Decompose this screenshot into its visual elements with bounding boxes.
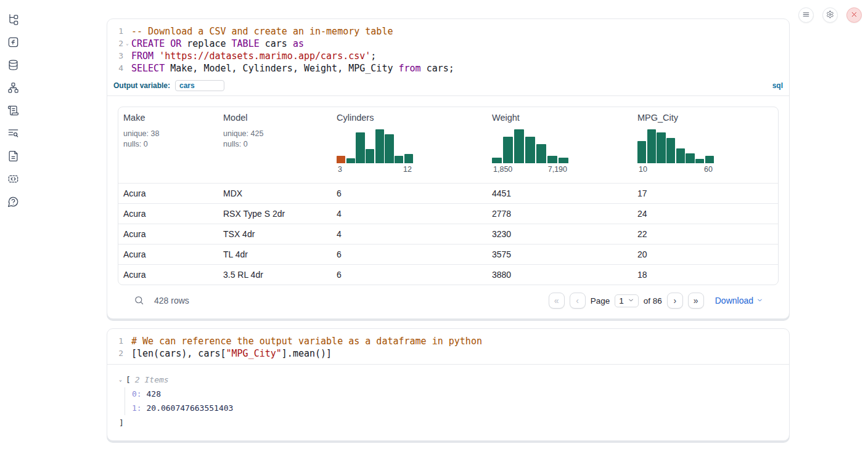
- column-name: Cylinders: [337, 113, 482, 123]
- tree-entry-key: 0:: [132, 389, 142, 398]
- page-total-label: of 86: [644, 296, 662, 305]
- search-button[interactable]: [133, 295, 144, 306]
- double-chevron-right-icon: »: [694, 296, 698, 305]
- sidebar-item-documentation[interactable]: [7, 151, 19, 163]
- sidebar-item-variables[interactable]: [7, 37, 19, 49]
- table-cell: 6: [332, 188, 487, 198]
- gutter-spacer: [123, 347, 131, 360]
- sidebar-item-datasources[interactable]: [7, 60, 19, 72]
- page-label: Page: [591, 296, 610, 305]
- python-cell-output: ⌄ [ 2 Items 0: 4281: 20.060747663551403 …: [107, 365, 789, 440]
- histogram-bar: [686, 153, 694, 163]
- first-page-button[interactable]: «: [549, 293, 565, 309]
- histogram-bar: [514, 129, 524, 163]
- table-cell: 17: [633, 188, 778, 198]
- axis-tick-label: 1,850: [493, 165, 512, 174]
- column-header-weight[interactable]: Weight1,8507,190: [487, 107, 633, 183]
- axis-tick-label: 7,190: [548, 165, 567, 174]
- download-button[interactable]: Download: [715, 296, 763, 305]
- histogram-axis: 312: [337, 165, 413, 174]
- histogram-bar: [337, 156, 345, 163]
- column-header-mpg_city[interactable]: MPG_City1060: [633, 107, 778, 183]
- page-number-value: 1: [619, 296, 624, 305]
- database-icon: [7, 59, 19, 73]
- code-snippet-icon: [7, 173, 19, 187]
- sidebar-item-snippets[interactable]: [7, 174, 19, 186]
- hamburger-icon: [802, 10, 810, 20]
- tree-entry: 0: 428: [132, 387, 779, 402]
- table-row: Acura3.5 RL 4dr6388018: [118, 264, 778, 285]
- column-stat: unique: 425: [223, 129, 327, 139]
- tree-entry: 1: 20.060747663551403: [132, 402, 779, 416]
- table-cell: Acura: [118, 270, 218, 280]
- histogram-bar: [676, 148, 685, 163]
- next-page-button[interactable]: ›: [667, 293, 683, 309]
- histogram-bar: [356, 132, 364, 163]
- line-number: 2: [107, 347, 123, 360]
- gutter-spacer: [123, 50, 131, 62]
- menu-button[interactable]: [798, 7, 814, 23]
- table-cell: 24: [633, 209, 778, 219]
- histogram-bar: [385, 134, 393, 163]
- table-cell: Acura: [118, 209, 218, 219]
- table-cell: Acura: [118, 229, 218, 239]
- last-page-button[interactable]: »: [688, 293, 704, 309]
- histogram-bar: [525, 137, 535, 163]
- output-variable-input[interactable]: [175, 80, 224, 91]
- column-stat: unique: 38: [123, 129, 213, 139]
- result-tree-entries: 0: 4281: 20.060747663551403: [125, 387, 779, 415]
- column-name: Weight: [492, 113, 628, 123]
- shutdown-button[interactable]: [846, 7, 862, 23]
- pagination: « ‹ Page 1 of 86 › »: [549, 293, 704, 309]
- table-cell: 3880: [487, 270, 633, 280]
- row-count: 428 rows: [154, 296, 189, 305]
- gutter-spacer: [123, 335, 131, 347]
- python-code-editor[interactable]: 1# We can reference the output variable …: [107, 329, 789, 365]
- close-icon: [850, 10, 858, 20]
- table-cell: 3.5 RL 4dr: [218, 270, 332, 280]
- histogram-bar: [395, 156, 403, 163]
- page-number-select[interactable]: 1: [615, 294, 639, 307]
- histogram-bar: [637, 141, 646, 163]
- chevron-right-icon: ›: [673, 296, 676, 305]
- data-table: Makeunique: 38nulls: 0Modelunique: 425nu…: [118, 107, 779, 285]
- histogram-bar: [666, 138, 675, 163]
- sidebar-item-logs[interactable]: [7, 128, 19, 140]
- gear-icon: [826, 10, 834, 20]
- histogram-axis: 1,8507,190: [492, 165, 568, 174]
- sidebar-item-file-explorer[interactable]: [7, 14, 19, 26]
- close-bracket: ]: [119, 417, 779, 429]
- axis-tick-label: 10: [639, 165, 647, 174]
- sidebar-item-help[interactable]: [7, 196, 19, 209]
- histogram-bar: [695, 159, 704, 163]
- sidebar-item-dependency-graph[interactable]: [7, 83, 19, 95]
- table-cell: Acura: [118, 188, 218, 198]
- settings-button[interactable]: [822, 7, 838, 23]
- line-number: 1: [107, 25, 123, 38]
- python-cell: 1# We can reference the output variable …: [107, 328, 790, 441]
- download-label: Download: [715, 296, 753, 305]
- column-name: Make: [123, 113, 213, 123]
- fold-toggle-icon[interactable]: ⌄: [123, 38, 131, 50]
- gutter-spacer: [123, 62, 131, 75]
- table-row: AcuraTL 4dr6357520: [118, 244, 778, 264]
- double-chevron-left-icon: «: [554, 296, 559, 305]
- column-header-cylinders[interactable]: Cylinders312: [332, 107, 487, 183]
- previous-page-button[interactable]: ‹: [570, 293, 586, 309]
- table-cell: 3230: [487, 229, 633, 239]
- table-row: AcuraMDX6445117: [118, 183, 778, 203]
- column-header-make[interactable]: Makeunique: 38nulls: 0: [118, 107, 218, 183]
- function-icon: [7, 36, 19, 50]
- table-footer: 428 rows « ‹ Page 1 of 86 › » Download: [118, 285, 779, 318]
- table-cell: 4: [332, 209, 487, 219]
- collapse-chevron-icon[interactable]: ⌄: [119, 377, 126, 382]
- column-histogram: [492, 129, 568, 163]
- table-row: AcuraTSX 4dr4323022: [118, 224, 778, 244]
- sidebar-item-scratchpad[interactable]: [7, 105, 19, 118]
- tree-entry-value: 20.060747663551403: [146, 403, 233, 413]
- result-tree-header: ⌄ [ 2 Items: [119, 375, 779, 384]
- column-header-model[interactable]: Modelunique: 425nulls: 0: [218, 107, 332, 183]
- axis-tick-label: 12: [403, 165, 412, 174]
- file-text-icon: [7, 150, 19, 164]
- sql-code-editor[interactable]: 1-- Download a CSV and create an in-memo…: [107, 19, 789, 79]
